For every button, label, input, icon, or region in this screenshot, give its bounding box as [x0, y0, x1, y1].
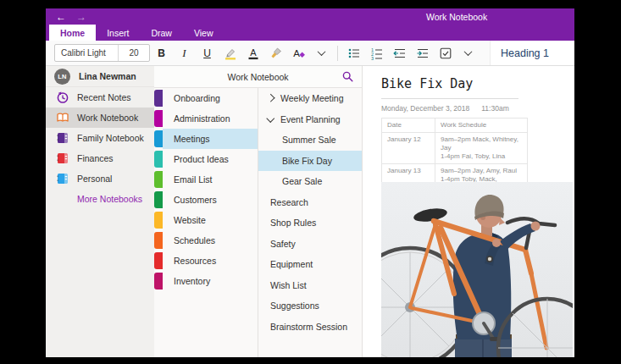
list-more-dropdown[interactable]: [457, 42, 480, 64]
notebook-label: Work Notebook: [77, 113, 138, 123]
section-label: Email List: [174, 174, 213, 185]
ribbon-tab[interactable]: View: [183, 25, 225, 41]
section-color-tab[interactable]: [154, 171, 163, 188]
outdent-button[interactable]: [388, 42, 411, 64]
section-label: Resources: [174, 256, 216, 266]
page-row[interactable]: Weekly Meeting: [258, 88, 362, 109]
bold-button[interactable]: B: [150, 42, 173, 64]
page-row[interactable]: Wish List: [258, 275, 362, 296]
section-row[interactable]: Inventory: [154, 271, 258, 291]
font-name-select[interactable]: Calibri Light: [55, 45, 118, 61]
expand-chevron-icon[interactable]: [267, 114, 274, 122]
account-row[interactable]: LN Lina Newman: [46, 66, 154, 87]
underline-button[interactable]: U: [196, 42, 219, 64]
highlighter-button[interactable]: [219, 42, 241, 64]
font-color-icon: A: [247, 47, 260, 60]
page-label: Gear Sale: [282, 176, 322, 186]
style-selector[interactable]: Heading 1: [490, 41, 574, 65]
italic-button[interactable]: I: [173, 42, 196, 64]
section-color-tab[interactable]: [154, 232, 163, 249]
section-row[interactable]: Email List: [154, 169, 258, 190]
page-label: Suggestions: [270, 301, 319, 311]
page-row[interactable]: Gear Sale: [258, 171, 362, 192]
ribbon-tab[interactable]: Home: [49, 25, 96, 41]
expand-chevron-icon[interactable]: [267, 94, 274, 102]
format-painter-icon: [269, 47, 283, 60]
section-color-tab[interactable]: [154, 273, 163, 290]
note-photo[interactable]: [381, 182, 573, 357]
section-color-tab[interactable]: [154, 90, 163, 107]
page-row[interactable]: Equipment: [258, 254, 362, 275]
ribbon-tab[interactable]: Draw: [140, 25, 183, 41]
window-title: Work Notebook: [426, 8, 487, 25]
page-row[interactable]: Safety: [258, 234, 362, 255]
page-row[interactable]: Suggestions: [258, 295, 362, 317]
font-color-button[interactable]: A: [241, 42, 264, 64]
section-color-tab[interactable]: [154, 252, 163, 269]
notebook-pane-header: Work Notebook: [154, 66, 363, 88]
note-time: 11:30am: [481, 104, 508, 113]
section-row[interactable]: Administration: [154, 108, 258, 129]
title-bar: ← → Work Notebook: [46, 8, 574, 25]
section-label: Inventory: [174, 276, 210, 286]
ribbon-tab[interactable]: Insert: [96, 25, 140, 41]
section-row[interactable]: Onboarding: [154, 88, 258, 108]
notebook-icon: [56, 131, 69, 145]
forward-icon[interactable]: →: [71, 12, 91, 22]
schedule-line: 9am–2pm Jay, Amy, Raul: [441, 167, 522, 175]
page-row[interactable]: Summer Sale: [258, 130, 362, 151]
indent-icon: [416, 47, 430, 60]
note-canvas[interactable]: Bike Fix Day Monday, December 3, 201811:…: [363, 66, 574, 357]
chevron-down-icon: [464, 47, 473, 56]
todo-tag-button[interactable]: [434, 42, 457, 64]
font-size-select[interactable]: 20: [118, 45, 149, 61]
bullet-list-button[interactable]: [342, 42, 365, 64]
numbered-list-button[interactable]: 1 2 3: [365, 42, 388, 64]
section-color-tab[interactable]: [154, 191, 163, 208]
page-row[interactable]: Research: [258, 192, 362, 213]
notebook-row[interactable]: Family Notebook: [46, 128, 154, 148]
section-color-tab[interactable]: [154, 151, 163, 168]
page-row[interactable]: Brainstorm Session: [258, 317, 362, 338]
notebook-row[interactable]: Recent Notes: [46, 87, 154, 108]
notebook-row[interactable]: Work Notebook: [46, 108, 154, 128]
font-more-dropdown[interactable]: [310, 42, 333, 64]
notebook-row[interactable]: Personal: [46, 168, 154, 189]
table-header-schedule[interactable]: Work Schedule: [435, 119, 528, 133]
table-header-date[interactable]: Date: [382, 119, 435, 133]
outdent-icon: [393, 47, 407, 60]
schedule-line: 9am–2pm Mack, Whitney, Jay: [441, 135, 522, 152]
section-row[interactable]: Website: [154, 210, 258, 230]
more-notebooks-link[interactable]: More Notebooks: [77, 194, 154, 204]
section-label: Customers: [174, 195, 217, 205]
section-row[interactable]: Schedules: [154, 230, 258, 251]
page-label: Safety: [270, 239, 296, 249]
section-row[interactable]: Customers: [154, 190, 258, 210]
notebook-row[interactable]: Finances: [46, 148, 154, 168]
note-datetime[interactable]: Monday, December 3, 201811:30am: [381, 104, 509, 113]
format-painter-button[interactable]: [264, 42, 287, 64]
section-row[interactable]: Product Ideas: [154, 149, 258, 169]
note-title[interactable]: Bike Fix Day: [381, 76, 473, 91]
content-area: LN Lina Newman: [46, 66, 574, 357]
table-cell-schedule[interactable]: 9am–2pm Mack, Whitney, Jay 1-4pm Fai, To…: [435, 133, 528, 164]
svg-text:3: 3: [371, 56, 374, 60]
notebook-label: Family Notebook: [77, 133, 144, 143]
page-row[interactable]: Shop Rules: [258, 212, 362, 234]
onenote-window: ← → Work Notebook Home Insert Draw View …: [46, 8, 574, 357]
back-icon[interactable]: ←: [51, 12, 71, 22]
svg-text:A: A: [293, 48, 300, 58]
ribbon-tab-bar: Home Insert Draw View: [46, 25, 574, 41]
search-icon[interactable]: [342, 71, 353, 82]
section-color-tab[interactable]: [154, 110, 163, 127]
page-row[interactable]: Bike Fix Day: [258, 151, 362, 172]
styles-icon: A: [291, 47, 306, 60]
styles-button[interactable]: A: [287, 42, 310, 64]
table-cell-date[interactable]: January 12: [382, 133, 435, 164]
section-row[interactable]: Resources: [154, 251, 258, 271]
section-color-tab[interactable]: [154, 130, 163, 147]
page-row[interactable]: Event Planning: [258, 109, 362, 130]
section-row[interactable]: Meetings: [154, 129, 258, 149]
indent-button[interactable]: [411, 42, 434, 64]
section-color-tab[interactable]: [154, 212, 163, 229]
